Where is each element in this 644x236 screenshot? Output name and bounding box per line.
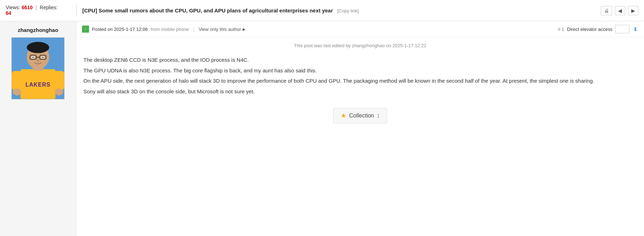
post-type-icon: ↑ (82, 26, 89, 33)
author-name: zhangzhonghao (18, 27, 58, 33)
collection-count: 1 (377, 113, 380, 119)
svg-point-12 (42, 56, 44, 58)
svg-rect-15 (54, 71, 64, 90)
post-header: ↑ Posted on 2025-1-17 12:06 from mobile … (76, 21, 644, 37)
post-source: from mobile phone (151, 27, 189, 32)
views-label: Views: (6, 5, 20, 10)
star-icon: ★ (341, 112, 346, 120)
svg-point-5 (27, 42, 49, 53)
collection-area: ★ Collection 1 (83, 97, 637, 131)
author-sidebar: zhangzhonghao LAKERS (0, 21, 76, 236)
elevator-down-button[interactable]: ⬇ (632, 26, 638, 33)
author-avatar: LAKERS (11, 37, 65, 99)
collection-label: Collection (349, 112, 374, 119)
content-line-3: On the APU side, the next generation of … (83, 76, 637, 86)
content-line-4: Sony will also stack 3D on the console s… (83, 87, 637, 96)
stats-section: Views: 6610 | Replies: 64 (6, 5, 77, 16)
svg-text:LAKERS: LAKERS (26, 82, 51, 88)
edit-notice: This post was last edited by zhangzhongh… (83, 43, 637, 48)
thread-title: [CPU] Some small rumors about the CPU, G… (82, 7, 333, 13)
main-content: zhangzhonghao LAKERS (0, 21, 644, 236)
elevator-label: Direct elevator access (567, 27, 612, 32)
toolbar-actions: 🖨 ◀ ▶ (601, 6, 638, 15)
hash-symbol: # (558, 27, 560, 32)
forward-button[interactable]: ▶ (628, 6, 638, 15)
post-body: This post was last edited by zhangzhongh… (76, 37, 644, 236)
post-header-right: # 1 Direct elevator access ⬇ (558, 25, 638, 33)
print-button[interactable]: 🖨 (601, 6, 612, 15)
view-only-author-link[interactable]: View only this author ▶ (199, 27, 246, 32)
separator-pipe: | (193, 26, 194, 32)
thread-title-area: [CPU] Some small rumors about the CPU, G… (82, 7, 595, 13)
post-icon-symbol: ↑ (85, 27, 87, 31)
replies-label: Replies: (40, 5, 58, 10)
content-line-1: The desktop ZEN6 CCD is N3E process, and… (83, 55, 637, 65)
svg-rect-14 (12, 71, 22, 90)
svg-point-11 (32, 56, 34, 58)
post-number: 1 (562, 27, 564, 32)
post-area: ↑ Posted on 2025-1-17 12:06 from mobile … (76, 21, 644, 236)
svg-point-16 (13, 88, 21, 95)
post-hash: # 1 (558, 27, 564, 32)
post-date: Posted on 2025-1-17 12:06 (92, 27, 148, 32)
date-time-text: Posted on 2025-1-17 12:06 (92, 27, 148, 32)
back-button[interactable]: ◀ (615, 6, 625, 15)
views-count: 6610 (22, 5, 33, 10)
svg-point-17 (55, 88, 63, 95)
copy-link[interactable]: [Copy link] (337, 8, 359, 13)
stat-separator: | (35, 5, 37, 10)
svg-point-13 (37, 59, 39, 62)
replies-count: 64 (6, 10, 11, 16)
view-only-arrow-icon: ▶ (243, 27, 246, 31)
view-only-author-text: View only this author (199, 27, 241, 32)
content-line-2: The GPU UDNA is also N3E process. The bi… (83, 66, 637, 75)
elevator-input[interactable] (615, 25, 629, 33)
avatar-image: LAKERS (12, 37, 64, 99)
post-content: The desktop ZEN6 CCD is N3E process, and… (83, 55, 637, 96)
top-bar: Views: 6610 | Replies: 64 [CPU] Some sma… (0, 0, 644, 21)
collection-button[interactable]: ★ Collection 1 (333, 108, 387, 124)
